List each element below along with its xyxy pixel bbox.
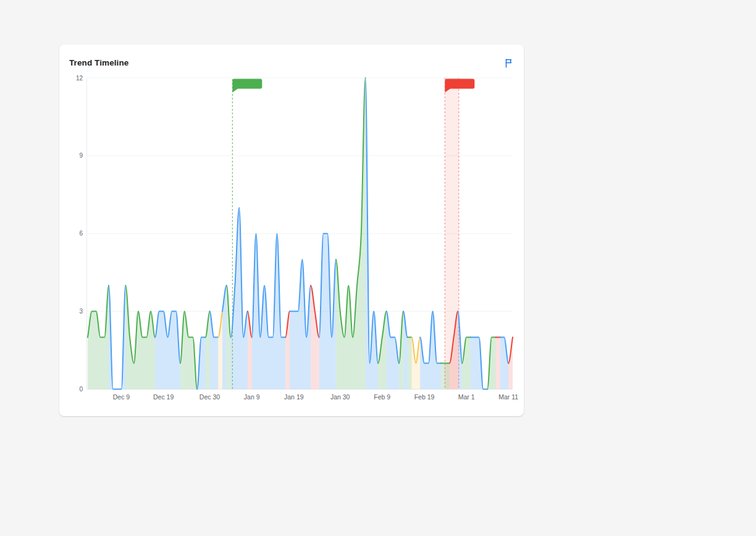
y-axis-labels: 036912 (76, 75, 83, 393)
green-flag-banner[interactable] (232, 79, 262, 93)
y-tick-label: 0 (79, 386, 83, 393)
page: { "page": { "background": "#f5f5f6" }, "… (0, 0, 756, 536)
x-tick-label: Feb 9 (374, 393, 390, 401)
x-tick-label: Jan 19 (284, 393, 304, 401)
area-fill-segment (88, 286, 109, 389)
area-fill-segment (399, 312, 403, 389)
x-tick-label: Mar 11 (498, 393, 518, 401)
trend-timeline-card: Trend Timeline 036912Dec 9Dec 19Dec 30Ja… (59, 45, 524, 416)
x-tick-label: Dec 9 (113, 393, 130, 401)
x-tick-label: Feb 19 (414, 393, 435, 401)
area-fill-segment (155, 312, 180, 389)
x-tick-label: Jan 9 (244, 393, 260, 401)
red-flag-band (445, 78, 458, 389)
area-fill-segment (210, 312, 219, 389)
area-fill-segment (462, 338, 471, 389)
area-fill-segment (420, 312, 441, 389)
y-tick-label: 12 (76, 75, 83, 82)
area-fill-segment (408, 338, 412, 389)
area-fill-segment (471, 338, 487, 389)
red-flag-banner-rect (445, 79, 474, 89)
x-tick-label: Dec 30 (200, 393, 220, 401)
y-tick-label: 9 (79, 152, 83, 159)
flag-banners (232, 79, 474, 93)
area-fill-segment (311, 286, 319, 389)
area-fill-segment (378, 312, 387, 389)
area-fill-segment (496, 338, 500, 389)
x-tick-label: Dec 19 (153, 393, 174, 401)
x-tick-label: Jan 30 (330, 393, 350, 401)
y-tick-label: 6 (79, 230, 83, 237)
x-axis-labels: Dec 9Dec 19Dec 30Jan 9Jan 19Jan 30Feb 9F… (113, 393, 519, 401)
area-fill-segment (500, 338, 509, 389)
trend-timeline-chart: 036912Dec 9Dec 19Dec 30Jan 9Jan 19Jan 30… (59, 45, 524, 416)
y-tick-label: 3 (79, 308, 83, 315)
green-flag-banner-rect (232, 79, 262, 89)
x-tick-label: Mar 1 (458, 393, 475, 401)
area-fill-segment (231, 208, 248, 389)
area-fill-segment (222, 286, 227, 389)
